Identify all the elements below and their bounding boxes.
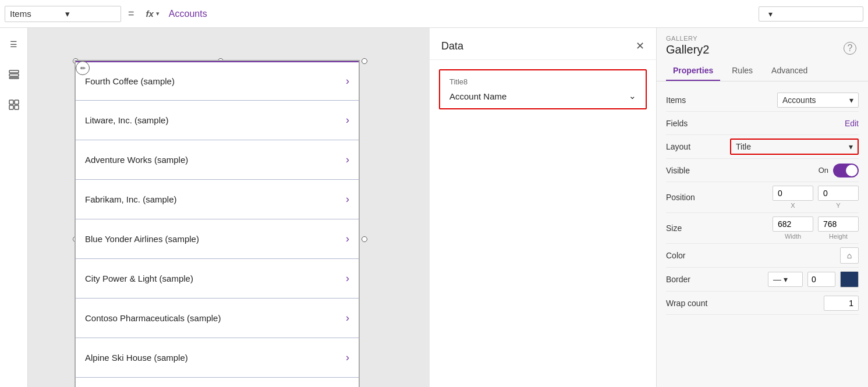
gallery-item-text-7: Alpine Ski House (sample) xyxy=(85,353,346,363)
gallery-item-text-5: City Power & Light (sample) xyxy=(85,274,346,283)
props-row-visible: Visible On xyxy=(666,159,859,182)
layout-dropdown-box[interactable]: Title ▾ xyxy=(730,139,859,155)
svg-rect-6 xyxy=(15,105,19,109)
border-style-dropdown[interactable]: — ▾ xyxy=(768,272,803,287)
gallery-item-text-1: Litware, Inc. (sample) xyxy=(85,115,346,125)
layout-caret: ▾ xyxy=(849,142,853,151)
sidebar-icons: ☰ xyxy=(0,28,28,387)
equals-sign: = xyxy=(126,8,137,20)
gallery-item-2[interactable]: Adventure Works (sample) › xyxy=(76,140,359,180)
fx-button[interactable]: fx ▾ xyxy=(141,6,164,21)
wrap-count-label: Wrap count xyxy=(666,299,730,308)
props-body: Items Accounts ▾ Fields Edit Layout xyxy=(657,81,868,322)
tab-advanced[interactable]: Advanced xyxy=(764,61,814,81)
wrap-count-value xyxy=(730,296,859,311)
data-panel-body: Title8 Account Name ⌄ xyxy=(430,60,656,126)
gallery-chevron-2: › xyxy=(346,154,349,166)
items-dropdown-prop[interactable]: Accounts ▾ xyxy=(777,93,859,108)
items-dropdown-caret: ▾ xyxy=(849,95,853,105)
border-controls: — ▾ xyxy=(768,271,859,287)
properties-panel: GALLERY Gallery2 ? Properties Rules Adva… xyxy=(657,28,868,387)
data-field-label: Title8 xyxy=(449,77,636,86)
gallery-type-label: GALLERY xyxy=(666,35,709,42)
fx-label: fx xyxy=(146,9,154,19)
props-row-border: Border — ▾ xyxy=(666,268,859,292)
svg-rect-1 xyxy=(9,74,19,76)
on-label: On xyxy=(819,166,828,175)
gallery-item-6[interactable]: Contoso Pharmaceuticals (sample) › xyxy=(76,299,359,338)
color-swatch[interactable]: ⌂ xyxy=(840,247,859,264)
data-panel-title: Data xyxy=(441,40,463,52)
gallery-item-text-3: Fabrikam, Inc. (sample) xyxy=(85,194,346,204)
layers-icon[interactable] xyxy=(5,65,23,84)
border-width-input[interactable] xyxy=(807,272,835,287)
top-bar-right-dropdown[interactable]: ▾ xyxy=(759,6,863,22)
grid-icon[interactable] xyxy=(5,95,23,114)
position-x-group: X xyxy=(773,186,813,209)
gallery-name: Gallery2 xyxy=(666,43,709,56)
gallery-chevron-3: › xyxy=(346,193,349,205)
items-prop-value: Accounts ▾ xyxy=(730,93,859,108)
position-y-input[interactable] xyxy=(818,186,859,201)
visible-prop-value: On xyxy=(730,164,859,177)
fields-prop-label: Fields xyxy=(666,119,730,128)
hamburger-icon[interactable]: ☰ xyxy=(5,35,23,54)
canvas-area: ✏ Fourth Coffee (sample) › Litware, Inc.… xyxy=(28,28,430,387)
color-picker-icon: ⌂ xyxy=(847,251,852,260)
handle-tr[interactable] xyxy=(362,58,367,64)
main-content: ☰ ✏ xyxy=(0,28,868,387)
data-field-dropdown[interactable]: Account Name ⌄ xyxy=(449,91,636,101)
wrap-count-input[interactable] xyxy=(824,296,859,311)
position-y-group: Y xyxy=(818,186,859,209)
gallery-item-4[interactable]: Blue Yonder Airlines (sample) › xyxy=(76,219,359,259)
fields-edit-link[interactable]: Edit xyxy=(845,119,859,128)
gallery-item-3[interactable]: Fabrikam, Inc. (sample) › xyxy=(76,180,359,219)
formula-value: Accounts xyxy=(169,9,207,19)
border-line: — xyxy=(773,275,781,284)
data-field-arrow: ⌄ xyxy=(629,91,636,101)
gallery-chevron-5: › xyxy=(346,272,349,285)
pencil-icon: ✏ xyxy=(80,65,86,72)
items-prop-label: Items xyxy=(666,95,730,105)
position-prop-value: X Y xyxy=(730,186,859,209)
size-height-input[interactable] xyxy=(818,216,859,232)
props-row-color: Color ⌂ xyxy=(666,244,859,268)
layout-prop-value: Title ▾ xyxy=(730,139,859,155)
gallery-item-5[interactable]: City Power & Light (sample) › xyxy=(76,259,359,299)
items-dropdown-text: Accounts xyxy=(782,95,816,105)
svg-rect-0 xyxy=(9,70,19,73)
size-width-input[interactable] xyxy=(773,216,813,232)
props-row-size: Size Width Height xyxy=(666,213,859,244)
handle-mr[interactable] xyxy=(362,236,367,242)
data-field-value: Account Name xyxy=(449,91,506,101)
gallery-item-1[interactable]: Litware, Inc. (sample) › xyxy=(76,101,359,140)
visible-prop-label: Visible xyxy=(666,166,730,175)
data-panel-header: Data ✕ xyxy=(430,28,656,60)
top-bar: Items ▾ = fx ▾ Accounts ▾ xyxy=(0,0,868,28)
help-icon[interactable]: ? xyxy=(844,42,856,55)
gallery-item-7[interactable]: Alpine Ski House (sample) › xyxy=(76,338,359,378)
visible-toggle[interactable] xyxy=(833,164,859,177)
tab-rules[interactable]: Rules xyxy=(725,61,760,81)
border-color-swatch[interactable] xyxy=(840,271,859,287)
data-panel-close[interactable]: ✕ xyxy=(636,40,644,52)
right-dropdown-arrow: ▾ xyxy=(768,9,773,19)
position-x-input[interactable] xyxy=(773,186,813,201)
tab-properties[interactable]: Properties xyxy=(666,61,720,81)
items-dropdown[interactable]: Items ▾ xyxy=(5,6,121,22)
color-prop-label: Color xyxy=(666,251,730,260)
gallery-item-0[interactable]: Fourth Coffee (sample) › xyxy=(76,61,359,101)
gallery-chevron-1: › xyxy=(346,114,349,126)
gallery-item-text-0: Fourth Coffee (sample) xyxy=(85,76,346,86)
border-prop-label: Border xyxy=(666,275,730,284)
gallery-item-text-2: Adventure Works (sample) xyxy=(85,155,346,165)
gallery-item-text-6: Contoso Pharmaceuticals (sample) xyxy=(85,313,346,323)
edit-icon-overlay[interactable]: ✏ xyxy=(76,61,90,75)
props-row-wrap-count: Wrap count xyxy=(666,292,859,315)
data-panel: Data ✕ Title8 Account Name ⌄ xyxy=(430,28,657,387)
layout-dropdown[interactable]: Title ▾ xyxy=(731,140,858,154)
props-header: GALLERY Gallery2 ? xyxy=(657,28,868,61)
props-row-fields: Fields Edit xyxy=(666,112,859,135)
position-prop-label: Position xyxy=(666,193,730,202)
gallery-chevron-7: › xyxy=(346,352,349,364)
